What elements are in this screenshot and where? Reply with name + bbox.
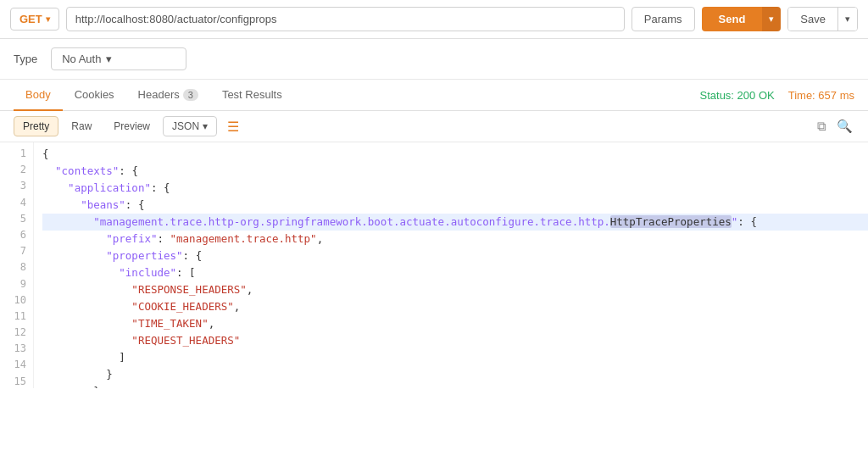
search-icon[interactable]: 🔍 <box>835 117 854 136</box>
save-button-group: Save ▾ <box>787 7 858 31</box>
auth-type-label: Type <box>14 53 37 65</box>
filter-icon[interactable]: ☰ <box>227 119 239 135</box>
json-format-label: JSON <box>172 120 199 132</box>
raw-button[interactable]: Raw <box>62 116 101 136</box>
auth-row: Type No Auth ▾ <box>0 39 868 80</box>
auth-chevron-icon: ▾ <box>106 53 112 65</box>
save-button[interactable]: Save <box>788 8 837 31</box>
method-select[interactable]: GET ▾ <box>10 8 59 31</box>
line-numbers: 1234567891011121314151617181920212223242… <box>0 142 34 388</box>
request-toolbar: GET ▾ Params Send ▾ Save ▾ <box>0 0 868 39</box>
tab-headers[interactable]: Headers3 <box>126 80 210 111</box>
params-button[interactable]: Params <box>632 7 695 31</box>
response-status-info: Status: 200 OK Time: 657 ms <box>700 89 854 102</box>
time-value: 657 ms <box>818 89 854 102</box>
tab-test-results[interactable]: Test Results <box>210 80 294 111</box>
send-dropdown-button[interactable]: ▾ <box>762 7 781 31</box>
send-button-group: Send ▾ <box>702 7 782 31</box>
status-value: 200 OK <box>737 89 775 102</box>
json-format-chevron-icon: ▾ <box>203 120 208 132</box>
response-tabs-row: Body Cookies Headers3 Test Results Statu… <box>0 80 868 111</box>
tab-body[interactable]: Body <box>14 80 63 111</box>
pretty-button[interactable]: Pretty <box>14 116 58 136</box>
headers-badge: 3 <box>183 89 198 101</box>
json-format-select[interactable]: JSON ▾ <box>163 116 217 136</box>
copy-icon[interactable]: ⧉ <box>815 117 828 136</box>
json-response-area: 1234567891011121314151617181920212223242… <box>0 142 868 388</box>
tab-cookies[interactable]: Cookies <box>63 80 126 111</box>
auth-no-auth-label: No Auth <box>62 53 101 65</box>
status-label: Status: 200 OK <box>700 89 775 102</box>
time-label: Time: 657 ms <box>788 89 854 102</box>
editor-icons: ⧉ 🔍 <box>815 117 854 136</box>
method-chevron-icon: ▾ <box>46 14 50 24</box>
save-dropdown-button[interactable]: ▾ <box>837 8 857 31</box>
url-input[interactable] <box>66 7 625 31</box>
auth-type-select[interactable]: No Auth ▾ <box>51 47 186 70</box>
method-label: GET <box>19 13 42 25</box>
format-row: Pretty Raw Preview JSON ▾ ☰ ⧉ 🔍 <box>0 111 868 142</box>
send-button[interactable]: Send <box>702 7 763 31</box>
preview-button[interactable]: Preview <box>104 116 159 136</box>
code-content[interactable]: { "contexts": { "application": { "beans"… <box>34 142 868 388</box>
